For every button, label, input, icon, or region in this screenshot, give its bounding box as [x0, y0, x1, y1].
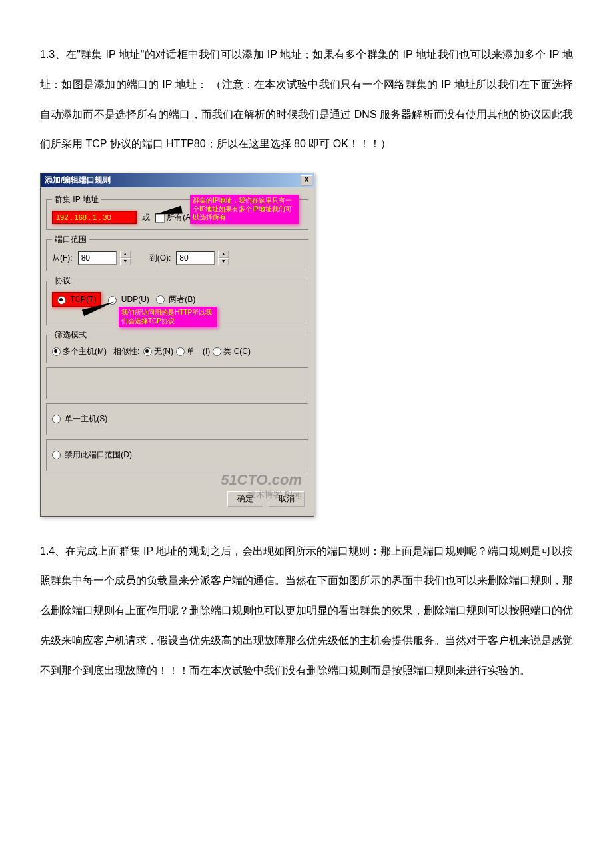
group-ip-fieldset: 群集 IP 地址 群集的IP地址，我们在这里只有一个IP地址如果有多个IP地址我… — [46, 194, 308, 230]
cluster-ip-input[interactable]: 192 . 168 . 1 . 30 — [52, 211, 137, 224]
filter-mode-fieldset: 筛选模式 多个主机(M) 相似性: 无(N) 单一(I) 类 C(C) — [46, 329, 308, 363]
or-label: 或 — [142, 212, 150, 223]
none-label: 无(N) — [154, 346, 173, 357]
watermark-area: 51CTO.com 技术博客 Blog — [46, 475, 308, 489]
tcp-radio[interactable] — [57, 296, 66, 305]
single-host-radio-label[interactable]: 单一主机(S) — [52, 413, 107, 425]
to-spinner[interactable]: ▲▼ — [218, 251, 229, 265]
port-range-legend: 端口范围 — [52, 234, 89, 245]
filter-mode-legend: 筛选模式 — [52, 329, 89, 341]
none-radio[interactable] — [143, 347, 152, 356]
port-rule-dialog: 添加/编辑端口规则 X 群集 IP 地址 群集的IP地址，我们在这里只有一个IP… — [40, 173, 314, 516]
classc-radio[interactable] — [213, 347, 221, 356]
single-host-label: 单一主机(S) — [65, 414, 107, 423]
protocol-fieldset: 协议 TCP(T) UDP(U) 两者(B) 我们所访问用的是HTTP所以我们会… — [46, 275, 308, 325]
port-range-fieldset: 端口范围 从(F): 80 ▲▼ 到(O): 80 ▲▼ — [46, 234, 308, 271]
dialog-titlebar: 添加/编辑端口规则 X — [41, 173, 314, 187]
disable-range-radio-label[interactable]: 禁用此端口范围(D) — [52, 449, 132, 461]
protocol-callout: 我们所访问用的是HTTP所以我们会选择TCP协议 — [119, 307, 217, 327]
disable-range-fieldset: 禁用此端口范围(D) — [46, 439, 308, 471]
to-label: 到(O): — [149, 253, 171, 264]
watermark-text: 51CTO.com — [221, 471, 302, 489]
disable-range-radio[interactable] — [52, 451, 61, 459]
multi-host-label: 多个主机(M) — [63, 346, 107, 357]
disable-range-label: 禁用此端口范围(D) — [65, 450, 132, 459]
single-label: 单一(I) — [187, 346, 210, 357]
none-radio-label[interactable]: 无(N) — [143, 346, 173, 357]
multi-host-radio[interactable] — [52, 347, 61, 356]
classc-radio-label[interactable]: 类 C(C) — [213, 346, 251, 357]
protocol-legend: 协议 — [52, 275, 73, 287]
ip-callout: 群集的IP地址，我们在这里只有一个IP地址如果有多个IP地址我们可以选择所有 — [190, 195, 299, 224]
udp-label: UDP(U) — [121, 295, 149, 304]
single-host-radio[interactable] — [52, 415, 61, 423]
both-label: 两者(B) — [169, 295, 195, 304]
empty-spacer-fieldset — [46, 367, 308, 399]
from-port-input[interactable]: 80 — [78, 251, 117, 265]
both-radio-label[interactable]: 两者(B) — [156, 294, 195, 305]
paragraph-1-3: 1.3、在"群集 IP 地址"的对话框中我们可以添加 IP 地址；如果有多个群集… — [40, 40, 573, 159]
from-label: 从(F): — [52, 253, 73, 264]
paragraph-1-4: 1.4、在完成上面群集 IP 地址的规划之后，会出现如图所示的端口规则：那上面是… — [40, 537, 573, 686]
similarity-label: 相似性: — [113, 346, 139, 357]
single-host-fieldset: 单一主机(S) — [46, 403, 308, 435]
single-radio[interactable] — [176, 347, 185, 356]
from-spinner[interactable]: ▲▼ — [120, 251, 131, 265]
both-radio[interactable] — [156, 295, 165, 304]
close-button[interactable]: X — [301, 175, 312, 186]
watermark-subtext: 技术博客 Blog — [247, 489, 302, 501]
tcp-label: TCP(T) — [70, 295, 96, 304]
multi-host-radio-label[interactable]: 多个主机(M) — [52, 346, 107, 357]
classc-label: 类 C(C) — [223, 346, 251, 357]
single-radio-label[interactable]: 单一(I) — [176, 346, 210, 357]
group-ip-legend: 群集 IP 地址 — [52, 194, 101, 205]
to-port-input[interactable]: 80 — [176, 251, 215, 265]
dialog-title: 添加/编辑端口规则 — [45, 175, 301, 186]
